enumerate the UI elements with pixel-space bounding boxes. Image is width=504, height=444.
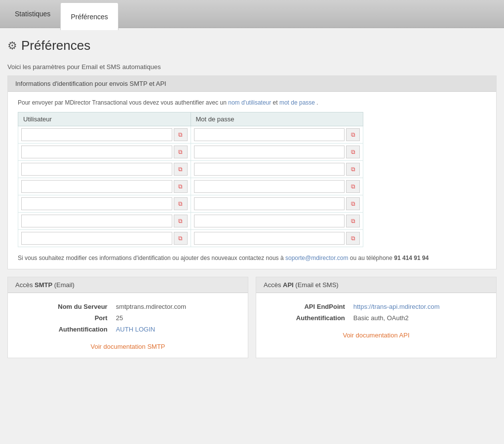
credentials-table: Utilisateur Mot de passe ⧉⧉⧉⧉⧉⧉⧉⧉⧉⧉⧉⧉⧉⧉ bbox=[18, 112, 363, 247]
pwd-cell-6: ⧉ bbox=[191, 230, 363, 247]
bottom-row: Accès SMTP (Email) Nom du Serveur smtptr… bbox=[7, 277, 497, 358]
user-copy-btn-4[interactable]: ⧉ bbox=[174, 197, 188, 210]
user-input-2[interactable] bbox=[21, 163, 172, 176]
smtp-card-body: Nom du Serveur smtptrans.mdirector.com P… bbox=[8, 293, 248, 358]
copy-icon: ⧉ bbox=[178, 131, 183, 138]
col-user-header: Utilisateur bbox=[18, 112, 191, 126]
pwd-copy-btn-5[interactable]: ⧉ bbox=[346, 215, 360, 227]
api-card-header: Accès API (Email et SMS) bbox=[256, 277, 496, 293]
user-input-1[interactable] bbox=[21, 146, 172, 158]
pwd-input-2[interactable] bbox=[194, 163, 345, 176]
page-title: Préférences bbox=[21, 38, 90, 53]
table-row: ⧉⧉ bbox=[18, 126, 363, 144]
pwd-cell-0: ⧉ bbox=[191, 126, 363, 144]
pwd-input-5[interactable] bbox=[194, 215, 345, 227]
user-copy-btn-2[interactable]: ⧉ bbox=[174, 163, 188, 176]
smtp-port-row: Port 25 bbox=[19, 313, 237, 323]
user-cell-5: ⧉ bbox=[18, 213, 191, 230]
table-row: ⧉⧉ bbox=[18, 213, 363, 230]
smtp-auth-row: Authentification AUTH LOGIN bbox=[19, 324, 237, 334]
username-link[interactable]: nom d'utilisateur bbox=[228, 99, 271, 106]
copy-icon: ⧉ bbox=[351, 200, 355, 207]
api-auth-row: Authentification Basic auth, OAuth2 bbox=[267, 313, 485, 323]
table-row: ⧉⧉ bbox=[18, 195, 363, 213]
credentials-section-body: Pour envoyer par MDirector Transactional… bbox=[8, 92, 496, 269]
user-copy-btn-5[interactable]: ⧉ bbox=[174, 215, 188, 227]
user-cell-6: ⧉ bbox=[18, 230, 191, 247]
password-link[interactable]: mot de passe bbox=[279, 99, 315, 106]
table-row: ⧉⧉ bbox=[18, 178, 363, 195]
user-cell-3: ⧉ bbox=[18, 178, 191, 195]
support-email-link[interactable]: soporte@mdirector.com bbox=[285, 255, 349, 261]
api-card-body: API EndPoint https://trans-api.mdirector… bbox=[256, 293, 496, 346]
copy-icon: ⧉ bbox=[178, 200, 183, 207]
copy-icon: ⧉ bbox=[178, 148, 183, 155]
page-content: ⚙ Préférences Voici les paramètres pour … bbox=[0, 28, 504, 444]
pwd-input-6[interactable] bbox=[194, 232, 345, 245]
pwd-input-3[interactable] bbox=[194, 180, 345, 193]
user-input-0[interactable] bbox=[21, 128, 172, 141]
smtp-server-value: smtptrans.mdirector.com bbox=[114, 301, 237, 312]
pwd-copy-btn-0[interactable]: ⧉ bbox=[346, 128, 360, 141]
credentials-info: Pour envoyer par MDirector Transactional… bbox=[18, 99, 486, 106]
tab-statistiques[interactable]: Statistiques bbox=[5, 0, 60, 28]
user-copy-btn-0[interactable]: ⧉ bbox=[174, 128, 188, 141]
smtp-auth-value: AUTH LOGIN bbox=[114, 324, 237, 334]
user-copy-btn-1[interactable]: ⧉ bbox=[174, 146, 188, 158]
pwd-cell-5: ⧉ bbox=[191, 213, 363, 230]
smtp-doc-link[interactable]: Voir documentation SMTP bbox=[18, 343, 238, 350]
user-cell-1: ⧉ bbox=[18, 144, 191, 161]
pwd-cell-2: ⧉ bbox=[191, 161, 363, 178]
copy-icon: ⧉ bbox=[351, 148, 355, 155]
copy-icon: ⧉ bbox=[351, 235, 355, 242]
credentials-section-header: Informations d'identification pour envoi… bbox=[8, 76, 496, 92]
pwd-copy-btn-4[interactable]: ⧉ bbox=[346, 197, 360, 210]
pwd-cell-3: ⧉ bbox=[191, 178, 363, 195]
credentials-footer: Si vous souhaitez modifier ces informati… bbox=[18, 255, 486, 261]
copy-icon: ⧉ bbox=[178, 235, 183, 242]
user-input-4[interactable] bbox=[21, 197, 172, 210]
copy-icon: ⧉ bbox=[178, 166, 183, 173]
pwd-input-4[interactable] bbox=[194, 197, 345, 210]
pwd-copy-btn-3[interactable]: ⧉ bbox=[346, 180, 360, 193]
copy-icon: ⧉ bbox=[351, 183, 355, 190]
user-copy-btn-6[interactable]: ⧉ bbox=[174, 232, 188, 245]
page-description: Voici les paramètres pour Email et SMS a… bbox=[7, 63, 497, 71]
tab-preferences[interactable]: Préférences bbox=[60, 2, 118, 30]
smtp-card: Accès SMTP (Email) Nom du Serveur smtptr… bbox=[7, 277, 248, 358]
api-card: Accès API (Email et SMS) API EndPoint ht… bbox=[256, 277, 497, 358]
pwd-input-0[interactable] bbox=[194, 128, 345, 141]
col-password-header: Mot de passe bbox=[191, 112, 363, 126]
table-row: ⧉⧉ bbox=[18, 230, 363, 247]
credentials-section: Informations d'identification pour envoi… bbox=[7, 75, 497, 269]
user-input-3[interactable] bbox=[21, 180, 172, 193]
user-cell-2: ⧉ bbox=[18, 161, 191, 178]
smtp-server-row: Nom du Serveur smtptrans.mdirector.com bbox=[19, 301, 237, 312]
pwd-copy-btn-6[interactable]: ⧉ bbox=[346, 232, 360, 245]
api-info-table: API EndPoint https://trans-api.mdirector… bbox=[266, 300, 486, 324]
user-cell-4: ⧉ bbox=[18, 195, 191, 213]
support-phone: 91 414 91 94 bbox=[394, 255, 428, 261]
user-cell-0: ⧉ bbox=[18, 126, 191, 144]
api-auth-value: Basic auth, OAuth2 bbox=[351, 313, 485, 323]
smtp-server-label: Nom du Serveur bbox=[19, 301, 113, 312]
pwd-copy-btn-2[interactable]: ⧉ bbox=[346, 163, 360, 176]
pwd-input-1[interactable] bbox=[194, 146, 345, 158]
pwd-copy-btn-1[interactable]: ⧉ bbox=[346, 146, 360, 158]
api-doc-link[interactable]: Voir documentation API bbox=[266, 332, 486, 339]
copy-icon: ⧉ bbox=[351, 166, 355, 173]
pwd-cell-4: ⧉ bbox=[191, 195, 363, 213]
user-copy-btn-3[interactable]: ⧉ bbox=[174, 180, 188, 193]
user-input-6[interactable] bbox=[21, 232, 172, 245]
smtp-port-label: Port bbox=[19, 313, 113, 323]
smtp-card-header: Accès SMTP (Email) bbox=[8, 277, 248, 293]
user-input-5[interactable] bbox=[21, 215, 172, 227]
smtp-info-table: Nom du Serveur smtptrans.mdirector.com P… bbox=[18, 300, 238, 335]
api-auth-label: Authentification bbox=[267, 313, 350, 323]
page-header: ⚙ Préférences bbox=[7, 38, 497, 53]
smtp-auth-label: Authentification bbox=[19, 324, 113, 334]
api-endpoint-value: https://trans-api.mdirector.com bbox=[351, 301, 485, 312]
copy-icon: ⧉ bbox=[178, 183, 183, 190]
table-row: ⧉⧉ bbox=[18, 144, 363, 161]
api-endpoint-row: API EndPoint https://trans-api.mdirector… bbox=[267, 301, 485, 312]
